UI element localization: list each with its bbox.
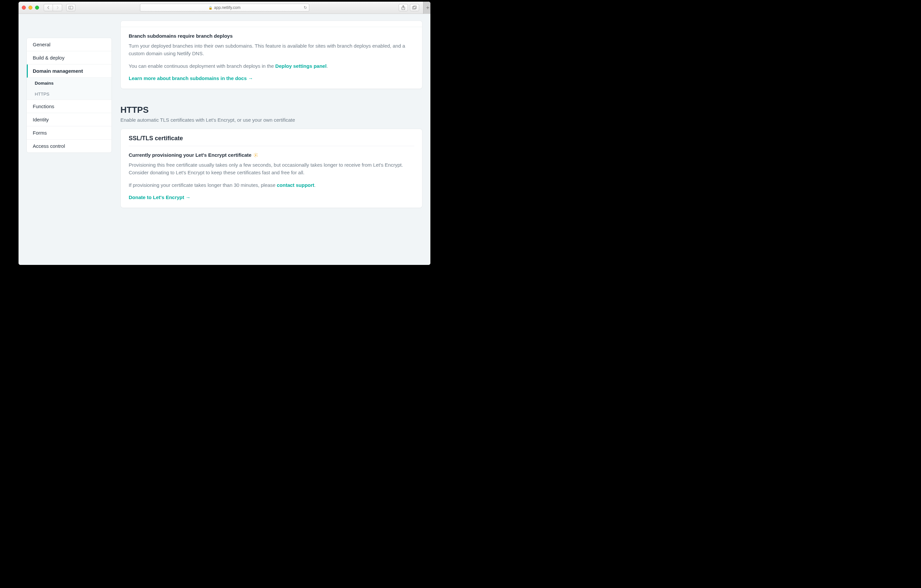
back-button[interactable] xyxy=(44,4,53,11)
sidebar-sub-label: HTTPS xyxy=(35,92,49,97)
ssl-card-heading: SSL/TLS certificate xyxy=(129,135,414,146)
window-maximize-button[interactable] xyxy=(35,6,39,10)
sidebar-sub-https[interactable]: HTTPS xyxy=(27,89,111,99)
lock-icon: 🔒 xyxy=(208,6,212,10)
sidebar-sub-domains[interactable]: Domains xyxy=(27,78,111,89)
svg-rect-11 xyxy=(257,156,257,156)
page: General Build & deploy Domain management… xyxy=(18,14,430,265)
ssl-certificate-card: SSL/TLS certificate Currently provisioni… xyxy=(120,128,423,208)
branch-subdomains-desc-1: Turn your deployed branches into their o… xyxy=(129,42,414,58)
text: . xyxy=(314,182,316,188)
sidebar-sub-label: Domains xyxy=(35,81,54,86)
svg-rect-9 xyxy=(257,155,258,155)
main-content: Branch subdomains require branch deploys… xyxy=(120,21,423,224)
sidebar-item-functions[interactable]: Functions xyxy=(27,100,111,113)
sidebar-item-label: Domain management xyxy=(33,68,83,74)
text: If provisioning your certificate takes l… xyxy=(129,182,277,188)
https-section: HTTPS Enable automatic TLS certificates … xyxy=(120,105,423,208)
https-section-title: HTTPS xyxy=(120,105,423,115)
forward-button[interactable] xyxy=(53,4,62,11)
new-tab-button[interactable]: ＋ xyxy=(423,2,430,14)
donate-lets-encrypt-link[interactable]: Donate to Let's Encrypt xyxy=(129,195,190,200)
svg-rect-0 xyxy=(69,6,73,9)
address-bar[interactable]: 🔒 app.netlify.com ↻ xyxy=(140,4,309,11)
sidebar-item-identity[interactable]: Identity xyxy=(27,113,111,126)
svg-rect-12 xyxy=(257,153,257,154)
sidebar-item-forms[interactable]: Forms xyxy=(27,126,111,140)
svg-rect-4 xyxy=(413,6,417,8)
svg-rect-3 xyxy=(413,6,415,9)
sidebar-item-access-control[interactable]: Access control xyxy=(27,140,111,153)
svg-rect-13 xyxy=(254,156,255,157)
text: You can enable continuous deployment wit… xyxy=(129,63,275,69)
branch-subdomains-card: Branch subdomains require branch deploys… xyxy=(120,21,423,89)
learn-more-branch-subdomains-link[interactable]: Learn more about branch subdomains in th… xyxy=(129,75,253,81)
sidebar-item-label: Functions xyxy=(33,104,54,109)
browser-window: 🔒 app.netlify.com ↻ ＋ General Build & de… xyxy=(18,2,430,265)
ssl-desc-1: Provisioning this free certificate usual… xyxy=(129,161,414,177)
window-minimize-button[interactable] xyxy=(28,6,33,10)
ssl-desc-2: If provisioning your certificate takes l… xyxy=(129,181,414,189)
sidebar-item-general[interactable]: General xyxy=(27,38,111,51)
sidebar-item-label: Access control xyxy=(33,143,65,149)
sidebar-item-domain-management[interactable]: Domain management xyxy=(27,65,111,78)
url-host: app.netlify.com xyxy=(214,5,241,10)
branch-subdomains-title: Branch subdomains require branch deploys xyxy=(129,33,414,39)
branch-subdomains-desc-2: You can enable continuous deployment wit… xyxy=(129,62,414,70)
sidebar-item-label: Forms xyxy=(33,130,47,136)
https-section-subtitle: Enable automatic TLS certificates with L… xyxy=(120,117,423,123)
svg-rect-8 xyxy=(254,155,254,155)
sidebar-item-label: Build & deploy xyxy=(33,55,65,60)
text: Currently provisioning your Let's Encryp… xyxy=(129,152,251,158)
sidebar-item-label: Identity xyxy=(33,117,49,122)
settings-sidebar: General Build & deploy Domain management… xyxy=(26,38,112,153)
provisioning-spinner-icon xyxy=(254,153,258,158)
svg-rect-10 xyxy=(254,153,255,154)
sidebar-toggle-button[interactable] xyxy=(66,4,75,11)
share-button[interactable] xyxy=(399,4,408,11)
titlebar: 🔒 app.netlify.com ↻ ＋ xyxy=(18,2,430,14)
sidebar-sub-domain-management: Domains HTTPS xyxy=(27,78,111,100)
traffic-lights xyxy=(22,6,39,10)
deploy-settings-panel-link[interactable]: Deploy settings panel xyxy=(275,63,327,69)
text: . xyxy=(327,63,328,69)
card-top-divider xyxy=(121,27,422,27)
tabs-button[interactable] xyxy=(410,4,419,11)
contact-support-link[interactable]: contact support xyxy=(277,182,314,188)
ssl-status-title: Currently provisioning your Let's Encryp… xyxy=(129,152,414,158)
window-close-button[interactable] xyxy=(22,6,26,10)
reload-button[interactable]: ↻ xyxy=(304,5,307,10)
sidebar-item-label: General xyxy=(33,42,50,47)
nav-back-forward xyxy=(44,4,62,11)
sidebar-item-build-deploy[interactable]: Build & deploy xyxy=(27,51,111,65)
svg-point-5 xyxy=(255,154,256,156)
